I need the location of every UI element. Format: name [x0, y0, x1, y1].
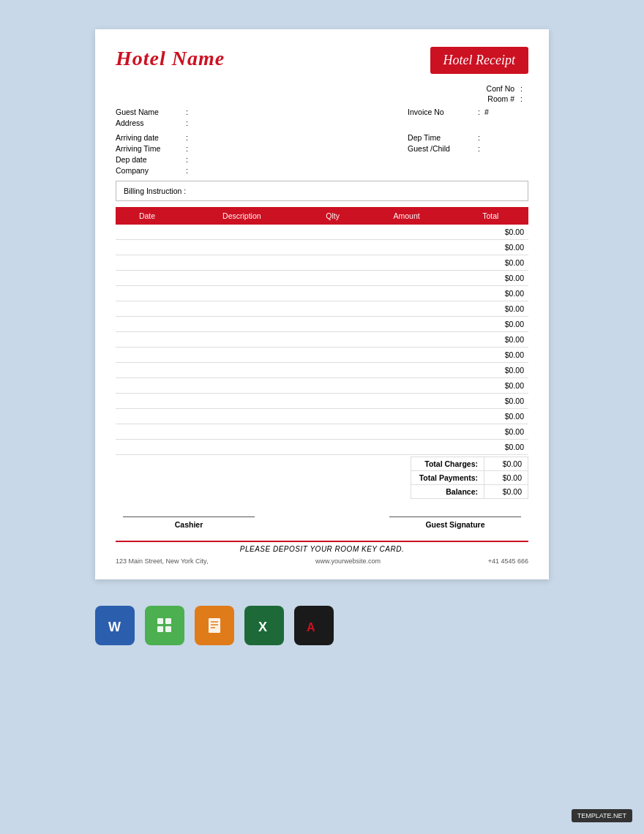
dates-left: Arriving date : Arriving Time : Dep date… — [116, 133, 236, 175]
row-amount — [361, 440, 453, 455]
row-total: $0.00 — [453, 363, 528, 378]
col-qlty: Qlty — [305, 207, 361, 225]
row-date — [116, 332, 179, 348]
guest-section: Guest Name : Address : Invoice No : # — [116, 108, 528, 127]
row-total: $0.00 — [453, 332, 528, 348]
row-qlty — [305, 271, 361, 286]
row-total: $0.00 — [453, 394, 528, 409]
room-label: Room # — [474, 94, 514, 103]
hotel-name: Hotel Name — [116, 47, 225, 70]
invoice-no-label: Invoice No — [408, 108, 473, 116]
row-amount — [361, 424, 453, 440]
arriving-date-label: Arriving date — [116, 133, 181, 142]
svg-text:W: W — [108, 620, 121, 634]
row-total: $0.00 — [453, 348, 528, 363]
numbers-icon[interactable] — [145, 606, 184, 645]
row-amount — [361, 240, 453, 255]
billing-instruction-box: Billing Instruction : — [116, 181, 528, 201]
conf-no-label: Conf No — [474, 84, 514, 93]
conf-no-row: Conf No : — [474, 84, 528, 93]
row-amount — [361, 301, 453, 317]
summary-section: Total Charges: $0.00 Total Payments: $0.… — [116, 457, 528, 499]
balance-label: Balance: — [411, 485, 484, 499]
row-qlty — [305, 332, 361, 348]
total-charges-label: Total Charges: — [411, 457, 484, 471]
table-row: $0.00 — [116, 225, 528, 240]
row-total: $0.00 — [453, 424, 528, 440]
footer-phone: +41 4545 666 — [488, 557, 528, 565]
row-date — [116, 255, 179, 271]
table-row: $0.00 — [116, 394, 528, 409]
row-total: $0.00 — [453, 440, 528, 455]
row-description — [179, 424, 305, 440]
row-date — [116, 363, 179, 378]
row-description — [179, 225, 305, 240]
guest-name-label: Guest Name — [116, 108, 181, 116]
total-charges-value: $0.00 — [484, 457, 528, 471]
row-date — [116, 378, 179, 394]
row-description — [179, 378, 305, 394]
row-qlty — [305, 440, 361, 455]
row-total: $0.00 — [453, 271, 528, 286]
row-description — [179, 348, 305, 363]
row-amount — [361, 317, 453, 332]
guest-sig-line — [389, 516, 521, 517]
summary-table: Total Charges: $0.00 Total Payments: $0.… — [411, 457, 528, 499]
footer-contact: 123 Main Street, New York City, www.your… — [116, 557, 528, 565]
svg-rect-6 — [165, 626, 171, 632]
row-qlty — [305, 301, 361, 317]
template-badge: TEMPLATE.NET — [572, 809, 632, 822]
cashier-sig-block: Cashier — [123, 516, 255, 529]
row-amount — [361, 332, 453, 348]
table-row: $0.00 — [116, 409, 528, 424]
table-row: $0.00 — [116, 363, 528, 378]
svg-text:A: A — [307, 621, 315, 634]
excel-icon[interactable]: X — [244, 606, 284, 645]
dep-date-label: Dep date — [116, 155, 181, 164]
row-date — [116, 348, 179, 363]
col-total: Total — [453, 207, 528, 225]
word-icon[interactable]: W — [95, 606, 135, 645]
row-description — [179, 271, 305, 286]
row-qlty — [305, 240, 361, 255]
footer-address: 123 Main Street, New York City, — [116, 557, 208, 565]
row-total: $0.00 — [453, 255, 528, 271]
dep-time-label: Dep Time — [408, 133, 473, 142]
table-row: $0.00 — [116, 286, 528, 301]
invoice-no-value: # — [484, 108, 528, 116]
guest-child-row: Guest /Child : — [408, 144, 528, 153]
footer-website: www.yourwebsite.com — [315, 557, 381, 565]
row-total: $0.00 — [453, 225, 528, 240]
dates-right: Dep Time : Guest /Child : — [408, 133, 528, 175]
table-row: $0.00 — [116, 378, 528, 394]
row-qlty — [305, 378, 361, 394]
balance-value: $0.00 — [484, 485, 528, 499]
svg-rect-5 — [157, 626, 163, 632]
row-description — [179, 440, 305, 455]
footer-notice-wrap: PLEASE DEPOSIT YOUR ROOM KEY CARD. — [116, 541, 528, 553]
row-date — [116, 301, 179, 317]
row-qlty — [305, 286, 361, 301]
pages-icon[interactable] — [195, 606, 234, 645]
total-payments-value: $0.00 — [484, 471, 528, 485]
table-row: $0.00 — [116, 255, 528, 271]
row-description — [179, 332, 305, 348]
pdf-icon[interactable]: A — [294, 606, 334, 645]
billing-instruction-label: Billing Instruction — [124, 187, 181, 195]
row-qlty — [305, 255, 361, 271]
receipt-badge: Hotel Receipt — [430, 47, 528, 74]
row-total: $0.00 — [453, 286, 528, 301]
row-date — [116, 286, 179, 301]
row-description — [179, 394, 305, 409]
row-qlty — [305, 363, 361, 378]
col-description: Description — [179, 207, 305, 225]
row-date — [116, 409, 179, 424]
svg-rect-2 — [154, 615, 176, 636]
row-date — [116, 225, 179, 240]
row-qlty — [305, 348, 361, 363]
row-total: $0.00 — [453, 409, 528, 424]
row-total: $0.00 — [453, 378, 528, 394]
app-icons-row: W X — [95, 606, 549, 645]
guest-right: Invoice No : # — [408, 108, 528, 127]
total-charges-row: Total Charges: $0.00 — [411, 457, 528, 471]
